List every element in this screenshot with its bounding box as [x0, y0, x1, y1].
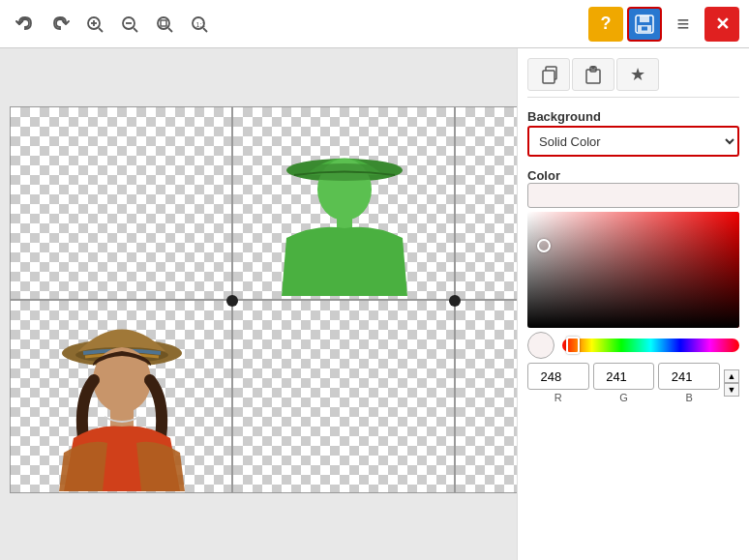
zoom-out-button[interactable] — [114, 9, 145, 40]
color-label: Color — [527, 168, 739, 183]
rgb-spinner-up[interactable]: ▲ — [724, 369, 739, 383]
zoom-fit-button[interactable] — [149, 9, 180, 40]
color-swatch — [527, 332, 554, 359]
menu-button[interactable]: ≡ — [666, 7, 701, 42]
color-section: Color — [527, 164, 739, 403]
brown-person-image — [25, 303, 219, 491]
green-person-image — [257, 112, 432, 296]
paste-tab-icon — [583, 64, 604, 85]
svg-line-12 — [203, 28, 207, 32]
background-dropdown[interactable]: Solid Color Gradient Image Transparent — [527, 126, 739, 157]
copy-tab-icon — [538, 64, 559, 85]
hue-row — [527, 332, 739, 359]
svg-line-6 — [134, 28, 137, 32]
svg-text:1:1: 1:1 — [196, 20, 206, 27]
b-label: B — [686, 392, 693, 403]
redo-icon — [50, 15, 70, 34]
rgb-spinner-down[interactable]: ▼ — [724, 383, 739, 397]
save-icon — [634, 14, 655, 35]
b-channel-box: B — [658, 363, 720, 403]
svg-rect-25 — [543, 71, 554, 83]
rgb-spinner: ▲ ▼ — [724, 369, 739, 397]
svg-rect-14 — [640, 15, 649, 22]
undo-icon — [15, 15, 35, 34]
grid-cell-top-right — [455, 106, 517, 300]
star-icon: ★ — [630, 64, 645, 85]
hue-slider-container[interactable] — [562, 339, 739, 352]
svg-rect-24 — [110, 409, 134, 428]
background-section: Background Solid Color Gradient Image Tr… — [527, 109, 739, 157]
svg-rect-9 — [161, 20, 166, 26]
background-label: Background — [527, 109, 739, 124]
zoom-fit-icon — [155, 15, 174, 34]
tab-favorites[interactable]: ★ — [616, 58, 659, 91]
main-area: ★ Background Solid Color Gradient Image … — [0, 48, 749, 560]
handle-right-bottom[interactable] — [449, 295, 461, 307]
grid-cell-bottom-right — [455, 300, 517, 493]
help-button[interactable]: ? — [588, 7, 623, 42]
panel-tabs: ★ — [527, 58, 739, 98]
zoom-out-icon — [120, 15, 139, 34]
toolbar: 1:1 ? ≡ ✕ — [0, 0, 749, 48]
zoom-in-button[interactable] — [79, 9, 110, 40]
hue-thumb[interactable] — [566, 337, 580, 354]
grid-cell-top-left — [10, 106, 232, 300]
zoom-actual-icon: 1:1 — [190, 15, 209, 34]
tab-paste[interactable] — [572, 58, 614, 91]
right-panel: ★ Background Solid Color Gradient Image … — [517, 48, 749, 560]
canvas-area[interactable] — [0, 48, 517, 560]
save-button[interactable] — [627, 7, 662, 42]
svg-line-3 — [99, 28, 103, 32]
svg-rect-28 — [591, 66, 595, 69]
r-input[interactable] — [527, 363, 589, 390]
color-gradient-picker[interactable] — [527, 212, 739, 328]
color-hex-input[interactable] — [527, 183, 739, 208]
handle-left-bottom[interactable] — [226, 295, 238, 307]
redo-button[interactable] — [45, 9, 75, 40]
menu-icon: ≡ — [677, 12, 690, 37]
close-button[interactable]: ✕ — [704, 7, 739, 42]
rgb-row: R G B ▲ ▼ — [527, 363, 739, 403]
zoom-in-icon — [85, 15, 105, 34]
svg-line-8 — [168, 28, 172, 32]
undo-button[interactable] — [10, 9, 41, 40]
svg-rect-16 — [642, 26, 647, 30]
close-icon: ✕ — [715, 14, 730, 35]
grid-cell-bottom-left — [10, 300, 232, 493]
color-picker-thumb[interactable] — [537, 239, 551, 252]
g-label: G — [619, 392, 628, 403]
help-icon: ? — [601, 14, 612, 34]
r-label: R — [554, 392, 562, 403]
b-input[interactable] — [658, 363, 720, 390]
g-input[interactable] — [593, 363, 655, 390]
tab-copy[interactable] — [527, 58, 570, 91]
zoom-actual-button[interactable]: 1:1 — [184, 9, 215, 40]
svg-point-7 — [158, 17, 169, 29]
grid-cell-top-middle — [232, 106, 455, 300]
grid-cell-bottom-middle — [232, 300, 455, 493]
g-channel-box: G — [593, 363, 655, 403]
r-channel-box: R — [527, 363, 589, 403]
